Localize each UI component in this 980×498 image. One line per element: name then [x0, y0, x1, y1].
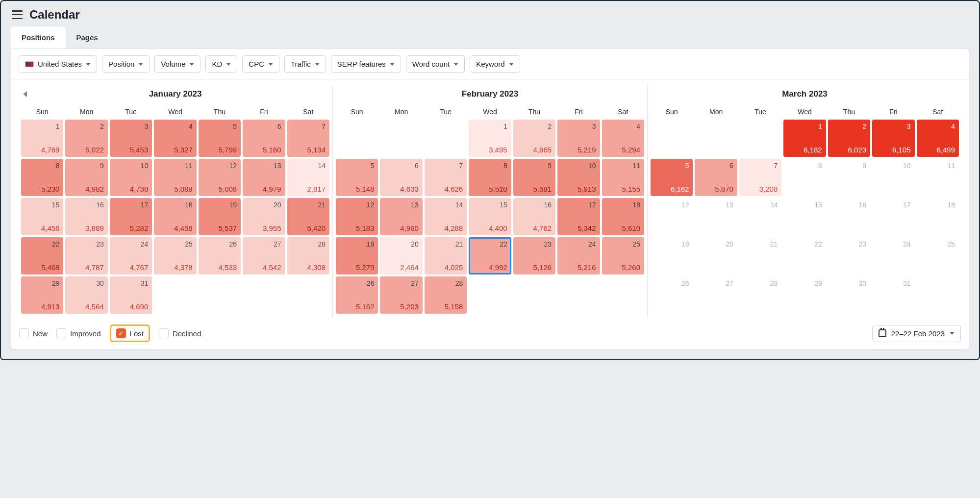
dow-label: Tue — [739, 105, 781, 117]
calendar-day[interactable]: 274,542 — [243, 237, 285, 274]
calendar-day[interactable]: 164,762 — [513, 198, 555, 235]
legend-declined[interactable]: Declined — [159, 328, 201, 338]
tab-positions[interactable]: Positions — [11, 26, 66, 49]
calendar-day[interactable]: 13,495 — [469, 120, 511, 157]
calendar-day[interactable]: 25,022 — [65, 120, 107, 157]
calendar-day[interactable]: 36,105 — [872, 120, 914, 157]
checkbox[interactable]: ✓ — [116, 328, 126, 338]
calendar-day[interactable]: 95,681 — [513, 159, 555, 196]
calendar-day[interactable]: 14,769 — [21, 120, 63, 157]
calendar-day[interactable]: 45,294 — [602, 120, 644, 157]
calendar-day[interactable]: 215,420 — [287, 198, 329, 235]
day-number: 5 — [654, 162, 689, 170]
calendar-day[interactable]: 24,665 — [513, 120, 555, 157]
filter-cpc[interactable]: CPC — [242, 55, 279, 73]
calendar-day[interactable]: 73,208 — [739, 159, 781, 196]
legend-improved[interactable]: Improved — [56, 328, 101, 338]
calendar-day[interactable]: 234,787 — [65, 237, 107, 274]
calendar-day[interactable]: 294,913 — [21, 276, 63, 314]
filter-volume[interactable]: Volume — [154, 55, 201, 73]
calendar-day[interactable]: 55,148 — [336, 159, 378, 196]
calendar-day[interactable]: 56,162 — [651, 159, 693, 196]
calendar-day[interactable]: 144,288 — [425, 198, 467, 235]
checkbox[interactable] — [19, 328, 29, 338]
calendar-day[interactable]: 244,767 — [110, 237, 152, 274]
filter-word-count[interactable]: Word count — [406, 55, 465, 73]
calendar-day[interactable]: 275,203 — [380, 276, 422, 314]
chevron-down-icon — [268, 63, 273, 66]
filter-traffic[interactable]: Traffic — [284, 55, 326, 73]
date-range-picker[interactable]: 22–22 Feb 2023 — [872, 325, 961, 342]
calendar-day[interactable]: 154,456 — [21, 198, 63, 235]
calendar-day[interactable]: 16,182 — [783, 120, 826, 157]
calendar-day[interactable]: 134,960 — [380, 198, 422, 235]
calendar-day: 11 — [917, 159, 959, 196]
calendar-day[interactable]: 265,162 — [336, 276, 378, 314]
calendar-day[interactable]: 285,158 — [425, 276, 467, 314]
calendar-day[interactable]: 134,979 — [243, 159, 285, 196]
filter-kd[interactable]: KD — [205, 55, 237, 73]
checkbox[interactable] — [159, 328, 169, 338]
calendar-day[interactable]: 46,499 — [917, 120, 959, 157]
calendar-day[interactable]: 104,738 — [110, 159, 152, 196]
calendar-day[interactable]: 203,955 — [243, 198, 285, 235]
calendar-day[interactable]: 184,458 — [154, 198, 196, 235]
legend-new[interactable]: New — [19, 328, 48, 338]
calendar-day[interactable]: 105,913 — [557, 159, 600, 196]
calendar-day[interactable]: 55,799 — [199, 120, 241, 157]
calendar-day[interactable]: 65,160 — [243, 120, 285, 157]
calendar-day[interactable]: 125,183 — [336, 198, 378, 235]
calendar-day[interactable]: 163,889 — [65, 198, 107, 235]
filter-united-states[interactable]: United States — [19, 55, 97, 73]
prev-month-button[interactable] — [23, 91, 27, 97]
calendar-day[interactable]: 264,533 — [199, 237, 241, 274]
calendar-day[interactable]: 314,690 — [110, 276, 152, 314]
calendar-day[interactable]: 245,216 — [557, 237, 600, 274]
calendar-day[interactable]: 185,610 — [602, 198, 644, 235]
calendar-day[interactable]: 235,126 — [513, 237, 555, 274]
calendar-day[interactable]: 304,564 — [65, 276, 107, 314]
calendar-day[interactable]: 255,260 — [602, 237, 644, 274]
legend-label: Improved — [70, 329, 101, 338]
calendar-day[interactable]: 202,464 — [380, 237, 422, 274]
day-number: 17 — [876, 201, 910, 209]
calendar-day[interactable]: 94,982 — [65, 159, 107, 196]
calendar-day[interactable]: 65,870 — [695, 159, 737, 196]
filter-position[interactable]: Position — [102, 55, 150, 73]
day-value: 5,203 — [384, 302, 418, 311]
filter-label: Keyword — [476, 60, 504, 68]
filter-keyword[interactable]: Keyword — [470, 55, 520, 73]
legend: NewImproved✓LostDeclined — [19, 324, 201, 342]
calendar-day[interactable]: 85,510 — [469, 159, 511, 196]
calendar-day[interactable]: 64,633 — [380, 159, 422, 196]
day-number: 27 — [384, 279, 418, 287]
tab-pages[interactable]: Pages — [66, 26, 109, 49]
calendar-day[interactable]: 75,134 — [287, 120, 329, 157]
calendar-day[interactable]: 154,400 — [469, 198, 511, 235]
calendar-day[interactable]: 254,378 — [154, 237, 196, 274]
calendar-day[interactable]: 175,282 — [110, 198, 152, 235]
calendar-day[interactable]: 195,279 — [336, 237, 378, 274]
calendar-day[interactable]: 214,025 — [425, 237, 467, 274]
calendar-day[interactable]: 74,626 — [425, 159, 467, 196]
calendar-day[interactable]: 175,342 — [557, 198, 600, 235]
day-value: 4,992 — [473, 263, 507, 272]
calendar-day[interactable]: 125,008 — [199, 159, 241, 196]
calendar-day[interactable]: 142,817 — [287, 159, 329, 196]
calendar-day[interactable]: 195,537 — [199, 198, 241, 235]
calendar-day[interactable]: 26,023 — [828, 120, 870, 157]
calendar-day[interactable]: 115,155 — [602, 159, 644, 196]
checkbox[interactable] — [56, 328, 66, 338]
calendar-day[interactable]: 35,453 — [110, 120, 152, 157]
calendar-day[interactable]: 85,230 — [21, 159, 63, 196]
calendar-day[interactable]: 45,327 — [154, 120, 196, 157]
calendar-day[interactable]: 35,219 — [557, 120, 600, 157]
calendar-day[interactable]: 115,089 — [154, 159, 196, 196]
hamburger-icon[interactable] — [12, 10, 23, 19]
filter-serp-features[interactable]: SERP features — [331, 55, 401, 73]
calendar-day: 19 — [651, 237, 693, 274]
calendar-day[interactable]: 284,308 — [287, 237, 329, 274]
calendar-day[interactable]: 225,468 — [21, 237, 63, 274]
legend-lost[interactable]: ✓Lost — [110, 324, 150, 342]
calendar-day[interactable]: 224,992 — [469, 237, 511, 274]
